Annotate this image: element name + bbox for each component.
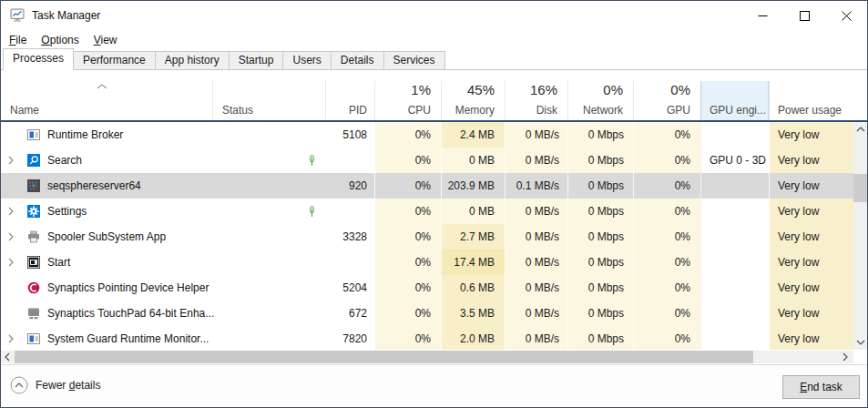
tab-processes[interactable]: Processes <box>3 48 74 70</box>
expand-chevron-icon[interactable] <box>8 232 14 241</box>
tab-services[interactable]: Services <box>383 51 445 69</box>
horizontal-scrollbar[interactable] <box>1 351 853 363</box>
table-row[interactable]: Settings 0% 0 MB 0 MB/s 0 Mbps 0% Very l… <box>1 199 853 224</box>
pid-cell: 3328 <box>325 224 374 250</box>
power-usage-cell: Very low <box>769 199 853 224</box>
table-row-selected[interactable]: seqsphereserver64 920 0% 203.9 MB 0.1 MB… <box>1 173 853 199</box>
tab-app-history[interactable]: App history <box>155 51 230 69</box>
process-name: Runtime Broker <box>47 122 123 148</box>
power-usage-cell: Very low <box>769 275 853 301</box>
horizontal-scrollbar-thumb[interactable] <box>15 351 753 363</box>
gpu-cell: 0% <box>633 224 700 250</box>
expand-chevron-icon[interactable] <box>8 156 14 165</box>
cpu-cell: 0% <box>374 250 441 275</box>
process-list: Runtime Broker 5108 0% 2.4 MB 0 MB/s 0 M… <box>1 122 853 350</box>
column-header-status[interactable]: Status <box>212 81 325 120</box>
column-header-name[interactable]: Name <box>1 81 212 120</box>
fewer-details-toggle[interactable]: Fewer details <box>10 376 100 394</box>
cpu-cell: 0% <box>374 275 441 301</box>
column-header-power-usage[interactable]: Power usage <box>769 81 853 120</box>
column-header-pid[interactable]: PID <box>325 81 374 120</box>
pid-cell: 920 <box>325 173 374 199</box>
menu-view[interactable]: View <box>87 30 125 50</box>
column-header-cpu[interactable]: 1% CPU <box>374 81 441 120</box>
network-cell: 0 Mbps <box>567 326 633 350</box>
cpu-cell: 0% <box>374 122 441 148</box>
expand-chevron-icon[interactable] <box>8 258 14 267</box>
network-cell: 0 Mbps <box>567 199 633 224</box>
disk-cell: 0 MB/s <box>505 275 567 301</box>
tab-strip: Processes Performance App history Startu… <box>1 50 867 70</box>
gpu-engine-cell <box>700 250 769 275</box>
process-name: Settings <box>47 199 87 224</box>
cpu-cell: 0% <box>374 224 441 250</box>
table-row[interactable]: System Guard Runtime Monitor... 7820 0% … <box>1 326 853 350</box>
pid-cell <box>325 148 374 173</box>
memory-cell: 2.0 MB <box>441 326 505 350</box>
column-header-gpu-engine[interactable]: GPU engi... <box>700 81 769 120</box>
synaptics-swirl-icon <box>27 281 40 294</box>
pid-cell: 5108 <box>325 122 374 148</box>
pid-cell: 7820 <box>325 326 374 350</box>
expand-chevron-icon[interactable] <box>8 207 14 216</box>
status-cell <box>212 250 325 275</box>
table-row[interactable]: Spooler SubSystem App 3328 0% 2.7 MB 0 M… <box>1 224 853 250</box>
scroll-right-icon[interactable] <box>839 351 852 363</box>
scroll-left-icon[interactable] <box>1 351 14 363</box>
tab-startup[interactable]: Startup <box>229 51 284 69</box>
power-usage-cell: Very low <box>769 250 853 275</box>
window-title: Task Manager <box>32 9 100 22</box>
end-task-button[interactable]: End task <box>782 375 860 399</box>
status-cell <box>212 122 325 148</box>
scroll-up-icon[interactable] <box>853 122 868 137</box>
network-cell: 0 Mbps <box>567 250 633 275</box>
expand-chevron-icon[interactable] <box>8 334 14 343</box>
table-row[interactable]: Runtime Broker 5108 0% 2.4 MB 0 MB/s 0 M… <box>1 122 853 148</box>
minimize-button[interactable] <box>741 1 783 30</box>
power-usage-cell: Very low <box>769 301 853 326</box>
gpu-cell: 0% <box>633 326 700 350</box>
vertical-scrollbar[interactable] <box>853 122 868 350</box>
column-header-memory[interactable]: 45% Memory <box>441 81 505 120</box>
table-row[interactable]: Start 0% 17.4 MB 0 MB/s 0 Mbps 0% Very l… <box>1 250 853 275</box>
vertical-scrollbar-thumb[interactable] <box>853 174 868 202</box>
cpu-cell: 0% <box>374 199 441 224</box>
maximize-button[interactable] <box>783 1 825 30</box>
menu-file[interactable]: File <box>1 30 34 50</box>
pid-cell: 5204 <box>325 275 374 301</box>
touchpad-icon <box>27 307 40 320</box>
network-cell: 0 Mbps <box>567 148 633 173</box>
power-usage-cell: Very low <box>769 224 853 250</box>
process-name: Synaptics TouchPad 64-bit Enha... <box>47 301 214 326</box>
table-row[interactable]: Search 0% 0 MB 0 MB/s 0 Mbps 0% GPU 0 - … <box>1 148 853 173</box>
title-bar: Task Manager <box>1 1 867 30</box>
memory-cell: 0.6 MB <box>441 275 505 301</box>
process-name: System Guard Runtime Monitor... <box>47 326 209 350</box>
search-app-icon <box>27 154 40 167</box>
printer-icon <box>27 230 40 243</box>
power-usage-cell: Very low <box>769 148 853 173</box>
status-cell <box>212 148 325 173</box>
process-name: seqsphereserver64 <box>47 173 141 199</box>
network-cell: 0 Mbps <box>567 122 633 148</box>
gpu-cell: 0% <box>633 173 700 199</box>
tab-users[interactable]: Users <box>282 51 331 69</box>
column-header-network[interactable]: 0% Network <box>567 81 633 120</box>
table-row[interactable]: Synaptics Pointing Device Helper 5204 0%… <box>1 275 853 301</box>
column-header-gpu[interactable]: 0% GPU <box>633 81 700 120</box>
menu-options[interactable]: Options <box>34 30 86 50</box>
network-cell: 0 Mbps <box>567 275 633 301</box>
disk-cell: 0 MB/s <box>505 250 567 275</box>
disk-cell: 0 MB/s <box>505 148 567 173</box>
close-button[interactable] <box>825 1 867 30</box>
tab-details[interactable]: Details <box>331 51 384 69</box>
table-row[interactable]: Synaptics TouchPad 64-bit Enha... 672 0%… <box>1 301 853 326</box>
status-cell <box>212 326 325 350</box>
power-usage-cell: Very low <box>769 122 853 148</box>
gpu-cell: 0% <box>633 199 700 224</box>
sort-ascending-icon <box>96 83 108 90</box>
column-header-disk[interactable]: 16% Disk <box>505 81 567 120</box>
disk-cell: 0 MB/s <box>505 122 567 148</box>
scroll-down-icon[interactable] <box>853 335 868 350</box>
tab-performance[interactable]: Performance <box>73 51 156 69</box>
